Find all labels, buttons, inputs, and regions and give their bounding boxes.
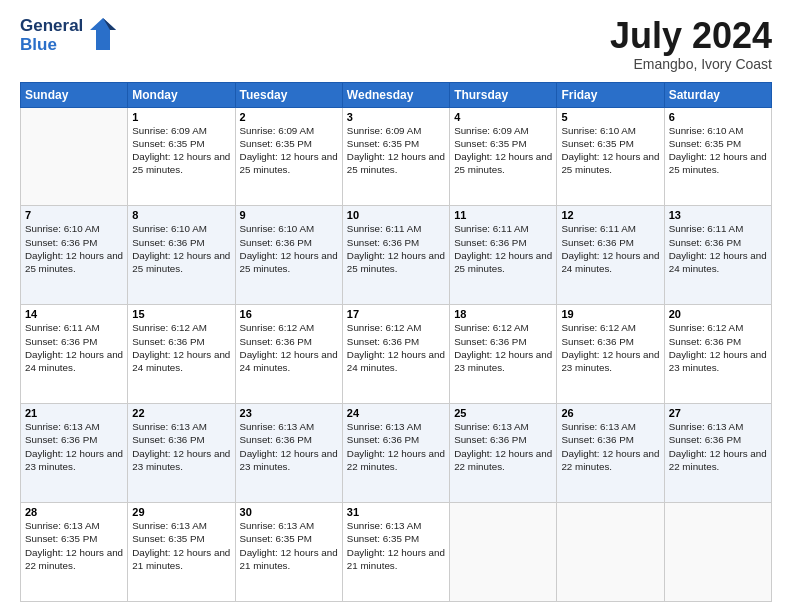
cell-info: Sunrise: 6:10 AMSunset: 6:35 PMDaylight:…	[669, 124, 767, 177]
main-title: July 2024	[610, 16, 772, 56]
day-number: 31	[347, 506, 445, 518]
cell-info: Sunrise: 6:13 AMSunset: 6:36 PMDaylight:…	[454, 420, 552, 473]
cell-info: Sunrise: 6:13 AMSunset: 6:35 PMDaylight:…	[132, 519, 230, 572]
calendar-cell: 22Sunrise: 6:13 AMSunset: 6:36 PMDayligh…	[128, 404, 235, 503]
day-number: 29	[132, 506, 230, 518]
cell-info: Sunrise: 6:13 AMSunset: 6:36 PMDaylight:…	[561, 420, 659, 473]
day-number: 24	[347, 407, 445, 419]
cell-info: Sunrise: 6:12 AMSunset: 6:36 PMDaylight:…	[132, 321, 230, 374]
calendar-cell: 16Sunrise: 6:12 AMSunset: 6:36 PMDayligh…	[235, 305, 342, 404]
calendar-header-row: SundayMondayTuesdayWednesdayThursdayFrid…	[21, 82, 772, 107]
calendar-cell: 1Sunrise: 6:09 AMSunset: 6:35 PMDaylight…	[128, 107, 235, 206]
calendar-cell: 17Sunrise: 6:12 AMSunset: 6:36 PMDayligh…	[342, 305, 449, 404]
calendar-cell: 28Sunrise: 6:13 AMSunset: 6:35 PMDayligh…	[21, 503, 128, 602]
calendar-cell: 11Sunrise: 6:11 AMSunset: 6:36 PMDayligh…	[450, 206, 557, 305]
col-header-saturday: Saturday	[664, 82, 771, 107]
col-header-wednesday: Wednesday	[342, 82, 449, 107]
calendar-cell: 7Sunrise: 6:10 AMSunset: 6:36 PMDaylight…	[21, 206, 128, 305]
cell-info: Sunrise: 6:10 AMSunset: 6:36 PMDaylight:…	[132, 222, 230, 275]
calendar-cell: 19Sunrise: 6:12 AMSunset: 6:36 PMDayligh…	[557, 305, 664, 404]
day-number: 23	[240, 407, 338, 419]
day-number: 12	[561, 209, 659, 221]
cell-info: Sunrise: 6:10 AMSunset: 6:36 PMDaylight:…	[240, 222, 338, 275]
calendar-cell: 25Sunrise: 6:13 AMSunset: 6:36 PMDayligh…	[450, 404, 557, 503]
cell-info: Sunrise: 6:13 AMSunset: 6:35 PMDaylight:…	[25, 519, 123, 572]
calendar-week-row: 28Sunrise: 6:13 AMSunset: 6:35 PMDayligh…	[21, 503, 772, 602]
calendar-cell	[21, 107, 128, 206]
header: General Blue July 2024 Emangbo, Ivory Co…	[20, 16, 772, 72]
cell-info: Sunrise: 6:11 AMSunset: 6:36 PMDaylight:…	[347, 222, 445, 275]
calendar-cell: 12Sunrise: 6:11 AMSunset: 6:36 PMDayligh…	[557, 206, 664, 305]
calendar-cell: 4Sunrise: 6:09 AMSunset: 6:35 PMDaylight…	[450, 107, 557, 206]
calendar-week-row: 14Sunrise: 6:11 AMSunset: 6:36 PMDayligh…	[21, 305, 772, 404]
day-number: 19	[561, 308, 659, 320]
calendar-cell: 5Sunrise: 6:10 AMSunset: 6:35 PMDaylight…	[557, 107, 664, 206]
cell-info: Sunrise: 6:11 AMSunset: 6:36 PMDaylight:…	[561, 222, 659, 275]
title-block: July 2024 Emangbo, Ivory Coast	[610, 16, 772, 72]
calendar-cell: 27Sunrise: 6:13 AMSunset: 6:36 PMDayligh…	[664, 404, 771, 503]
cell-info: Sunrise: 6:13 AMSunset: 6:36 PMDaylight:…	[132, 420, 230, 473]
cell-info: Sunrise: 6:11 AMSunset: 6:36 PMDaylight:…	[669, 222, 767, 275]
logo-blue: Blue	[20, 36, 83, 55]
day-number: 27	[669, 407, 767, 419]
calendar-week-row: 7Sunrise: 6:10 AMSunset: 6:36 PMDaylight…	[21, 206, 772, 305]
day-number: 5	[561, 111, 659, 123]
page: General Blue July 2024 Emangbo, Ivory Co…	[0, 0, 792, 612]
subtitle: Emangbo, Ivory Coast	[610, 56, 772, 72]
day-number: 20	[669, 308, 767, 320]
cell-info: Sunrise: 6:13 AMSunset: 6:35 PMDaylight:…	[347, 519, 445, 572]
cell-info: Sunrise: 6:09 AMSunset: 6:35 PMDaylight:…	[454, 124, 552, 177]
cell-info: Sunrise: 6:09 AMSunset: 6:35 PMDaylight:…	[132, 124, 230, 177]
calendar-cell: 10Sunrise: 6:11 AMSunset: 6:36 PMDayligh…	[342, 206, 449, 305]
day-number: 17	[347, 308, 445, 320]
calendar-cell	[664, 503, 771, 602]
calendar-cell: 29Sunrise: 6:13 AMSunset: 6:35 PMDayligh…	[128, 503, 235, 602]
calendar-cell: 15Sunrise: 6:12 AMSunset: 6:36 PMDayligh…	[128, 305, 235, 404]
cell-info: Sunrise: 6:10 AMSunset: 6:35 PMDaylight:…	[561, 124, 659, 177]
calendar-cell: 21Sunrise: 6:13 AMSunset: 6:36 PMDayligh…	[21, 404, 128, 503]
cell-info: Sunrise: 6:13 AMSunset: 6:36 PMDaylight:…	[25, 420, 123, 473]
cell-info: Sunrise: 6:11 AMSunset: 6:36 PMDaylight:…	[25, 321, 123, 374]
cell-info: Sunrise: 6:09 AMSunset: 6:35 PMDaylight:…	[347, 124, 445, 177]
calendar-cell: 20Sunrise: 6:12 AMSunset: 6:36 PMDayligh…	[664, 305, 771, 404]
calendar-cell	[450, 503, 557, 602]
day-number: 4	[454, 111, 552, 123]
day-number: 9	[240, 209, 338, 221]
calendar-cell: 18Sunrise: 6:12 AMSunset: 6:36 PMDayligh…	[450, 305, 557, 404]
calendar-cell	[557, 503, 664, 602]
day-number: 18	[454, 308, 552, 320]
col-header-sunday: Sunday	[21, 82, 128, 107]
day-number: 7	[25, 209, 123, 221]
calendar-cell: 2Sunrise: 6:09 AMSunset: 6:35 PMDaylight…	[235, 107, 342, 206]
logo: General Blue	[20, 16, 118, 56]
day-number: 21	[25, 407, 123, 419]
cell-info: Sunrise: 6:12 AMSunset: 6:36 PMDaylight:…	[561, 321, 659, 374]
svg-marker-0	[90, 18, 116, 50]
col-header-monday: Monday	[128, 82, 235, 107]
calendar-cell: 6Sunrise: 6:10 AMSunset: 6:35 PMDaylight…	[664, 107, 771, 206]
calendar-cell: 30Sunrise: 6:13 AMSunset: 6:35 PMDayligh…	[235, 503, 342, 602]
col-header-tuesday: Tuesday	[235, 82, 342, 107]
day-number: 30	[240, 506, 338, 518]
day-number: 6	[669, 111, 767, 123]
day-number: 2	[240, 111, 338, 123]
cell-info: Sunrise: 6:11 AMSunset: 6:36 PMDaylight:…	[454, 222, 552, 275]
day-number: 1	[132, 111, 230, 123]
calendar-table: SundayMondayTuesdayWednesdayThursdayFrid…	[20, 82, 772, 602]
cell-info: Sunrise: 6:13 AMSunset: 6:36 PMDaylight:…	[347, 420, 445, 473]
calendar-cell: 9Sunrise: 6:10 AMSunset: 6:36 PMDaylight…	[235, 206, 342, 305]
day-number: 15	[132, 308, 230, 320]
cell-info: Sunrise: 6:13 AMSunset: 6:36 PMDaylight:…	[240, 420, 338, 473]
day-number: 10	[347, 209, 445, 221]
calendar-cell: 13Sunrise: 6:11 AMSunset: 6:36 PMDayligh…	[664, 206, 771, 305]
cell-info: Sunrise: 6:13 AMSunset: 6:36 PMDaylight:…	[669, 420, 767, 473]
col-header-thursday: Thursday	[450, 82, 557, 107]
day-number: 11	[454, 209, 552, 221]
cell-info: Sunrise: 6:12 AMSunset: 6:36 PMDaylight:…	[347, 321, 445, 374]
cell-info: Sunrise: 6:12 AMSunset: 6:36 PMDaylight:…	[669, 321, 767, 374]
calendar-cell: 23Sunrise: 6:13 AMSunset: 6:36 PMDayligh…	[235, 404, 342, 503]
col-header-friday: Friday	[557, 82, 664, 107]
logo-bird-icon	[88, 16, 118, 56]
calendar-cell: 14Sunrise: 6:11 AMSunset: 6:36 PMDayligh…	[21, 305, 128, 404]
calendar-cell: 8Sunrise: 6:10 AMSunset: 6:36 PMDaylight…	[128, 206, 235, 305]
